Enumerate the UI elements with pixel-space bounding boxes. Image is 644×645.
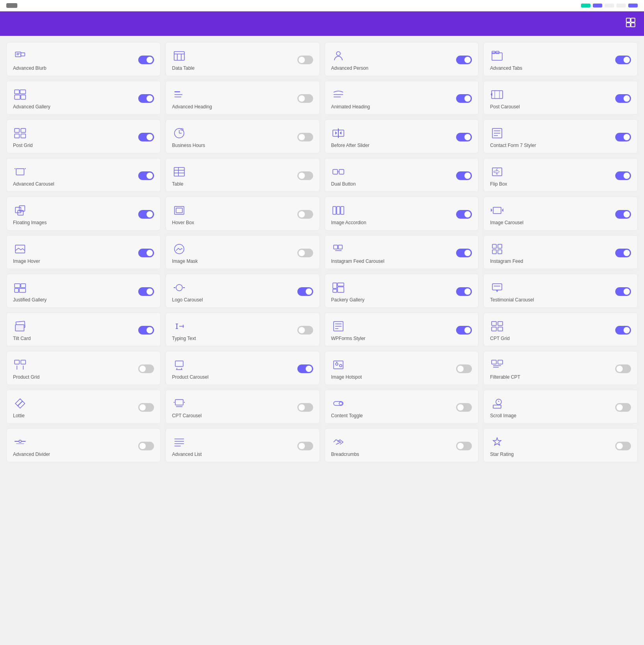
modules-grid: Advanced Blurb Data Table Advanced Perso…: [6, 42, 638, 462]
module-toggle-testimonial-carousel[interactable]: [615, 287, 631, 296]
module-icon-table: [172, 165, 186, 179]
module-toggle-post-carousel[interactable]: [615, 94, 631, 103]
module-name-filterable-cpt: Filterable CPT: [490, 374, 520, 380]
module-toggle-advanced-tabs[interactable]: [615, 56, 631, 64]
module-info-advanced-blurb: Advanced Blurb: [13, 49, 46, 71]
module-name-advanced-carousel: Advanced Carousel: [13, 181, 54, 187]
module-toggle-packery-gallery[interactable]: [456, 287, 472, 296]
module-card-product-grid: Product Grid: [6, 351, 161, 385]
module-info-content-toggle: Content Toggle: [331, 396, 363, 418]
module-toggle-floating-images[interactable]: [138, 210, 154, 219]
module-toggle-table[interactable]: [297, 171, 313, 180]
module-toggle-advanced-blurb[interactable]: [138, 56, 154, 64]
module-toggle-instagram-feed[interactable]: [615, 249, 631, 257]
module-toggle-image-accordion[interactable]: [456, 210, 472, 219]
svg-rect-72: [21, 284, 26, 288]
module-toggle-justified-gallery[interactable]: [138, 287, 154, 296]
module-name-content-toggle: Content Toggle: [331, 413, 363, 418]
module-toggle-dual-button[interactable]: [456, 171, 472, 180]
module-icon-before-after-slider: [331, 126, 345, 140]
module-toggle-business-hours[interactable]: [297, 133, 313, 141]
module-toggle-image-hover[interactable]: [138, 249, 154, 257]
filter-new-button[interactable]: [593, 4, 602, 7]
module-toggle-product-grid[interactable]: [138, 364, 154, 373]
filter-default-button[interactable]: [605, 4, 614, 7]
module-icon-advanced-blurb: [13, 49, 27, 63]
svg-rect-2: [626, 23, 630, 27]
module-toggle-hover-box[interactable]: [297, 210, 313, 219]
filter-active-button[interactable]: [581, 4, 590, 7]
top-bar: [0, 0, 644, 11]
module-name-post-carousel: Post Carousel: [490, 104, 520, 110]
module-info-wpforms-styler: WPForms Styler: [331, 319, 366, 341]
svg-rect-64: [334, 245, 338, 249]
module-toggle-instagram-feed-carousel[interactable]: [456, 249, 472, 257]
module-card-advanced-carousel: Advanced Carousel: [6, 158, 161, 192]
module-toggle-star-rating[interactable]: [615, 442, 631, 450]
module-toggle-wpforms-styler[interactable]: [456, 326, 472, 335]
module-info-instagram-feed: Instagram Feed: [490, 242, 523, 264]
module-toggle-advanced-divider[interactable]: [138, 442, 154, 450]
module-toggle-tilt-card[interactable]: [138, 326, 154, 335]
module-toggle-flip-box[interactable]: [615, 171, 631, 180]
module-toggle-logo-carousel[interactable]: [297, 287, 313, 296]
module-toggle-product-carousel[interactable]: [297, 364, 313, 373]
module-toggle-scroll-image[interactable]: [615, 403, 631, 412]
module-toggle-image-mask[interactable]: [297, 249, 313, 257]
module-toggle-contact-form-7-styler[interactable]: [615, 133, 631, 141]
module-info-logo-carousel: Logo Carousel: [172, 281, 203, 303]
module-card-advanced-gallery: Advanced Gallery: [6, 81, 161, 115]
module-icon-image-hotspot: [331, 358, 345, 372]
module-toggle-image-hotspot[interactable]: [456, 364, 472, 373]
module-toggle-advanced-person[interactable]: [456, 56, 472, 64]
module-toggle-cpt-grid[interactable]: [615, 326, 631, 335]
svg-rect-99: [175, 361, 183, 366]
module-toggle-post-grid[interactable]: [138, 133, 154, 141]
module-icon-wpforms-styler: [331, 319, 345, 333]
module-toggle-cpt-carousel[interactable]: [297, 403, 313, 412]
module-name-image-carousel: Image Carousel: [490, 220, 523, 225]
module-icon-flip-box: [490, 165, 504, 179]
module-toggle-advanced-carousel[interactable]: [138, 171, 154, 180]
module-info-packery-gallery: Packery Gallery: [331, 281, 365, 303]
module-card-data-table: Data Table: [165, 42, 320, 76]
module-toggle-data-table[interactable]: [297, 56, 313, 64]
module-toggle-advanced-gallery[interactable]: [138, 94, 154, 103]
module-toggle-lottie[interactable]: [138, 403, 154, 412]
module-name-hover-box: Hover Box: [172, 220, 194, 225]
module-name-business-hours: Business Hours: [172, 143, 205, 148]
svg-rect-82: [492, 284, 502, 290]
module-toggle-image-carousel[interactable]: [615, 210, 631, 219]
module-card-tilt-card: Tilt Card: [6, 312, 161, 346]
module-info-advanced-gallery: Advanced Gallery: [13, 87, 50, 110]
module-info-animated-heading: Animated Heading: [331, 87, 370, 110]
module-icon-floating-images: [13, 203, 27, 217]
svg-rect-0: [626, 18, 630, 22]
svg-rect-57: [176, 208, 182, 213]
module-toggle-advanced-list[interactable]: [297, 442, 313, 450]
module-icon-instagram-feed: [490, 242, 504, 256]
page-header: [0, 11, 644, 36]
svg-rect-42: [16, 169, 24, 175]
module-toggle-before-after-slider[interactable]: [456, 133, 472, 141]
save-button[interactable]: [6, 3, 17, 8]
module-card-advanced-person: Advanced Person: [325, 42, 479, 76]
module-card-image-accordion: Image Accordion: [325, 197, 479, 230]
filter-disable-all-button[interactable]: [616, 4, 626, 7]
svg-rect-74: [19, 288, 26, 292]
svg-rect-61: [493, 207, 501, 214]
module-toggle-filterable-cpt[interactable]: [615, 364, 631, 373]
module-toggle-animated-heading[interactable]: [456, 94, 472, 103]
module-card-image-carousel: Image Carousel: [483, 197, 638, 230]
module-toggle-advanced-heading[interactable]: [297, 94, 313, 103]
filter-enable-all-button[interactable]: [628, 4, 638, 7]
svg-rect-92: [498, 322, 503, 325]
module-toggle-content-toggle[interactable]: [456, 403, 472, 412]
module-name-advanced-person: Advanced Person: [331, 65, 369, 71]
module-toggle-breadcrumbs[interactable]: [456, 442, 472, 450]
module-card-typing-text: Typing Text: [165, 312, 320, 346]
module-icon-post-carousel: [490, 87, 504, 102]
module-icon-typing-text: [172, 319, 186, 333]
module-toggle-typing-text[interactable]: [297, 326, 313, 335]
svg-rect-59: [337, 206, 340, 214]
